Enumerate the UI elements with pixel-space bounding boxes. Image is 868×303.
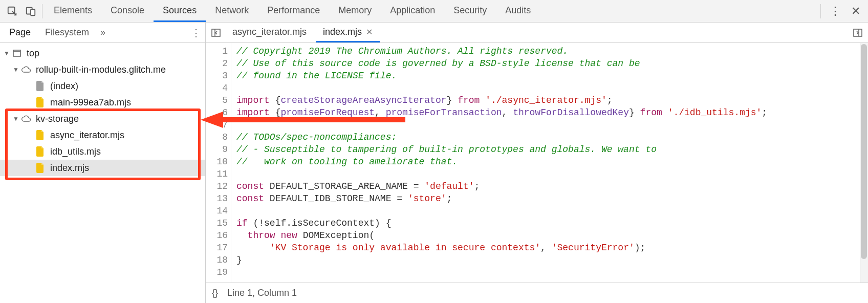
tree-node-file[interactable]: async_iterator.mjs <box>0 127 205 143</box>
cloud-icon <box>20 113 32 124</box>
sidebar-tabs: Page Filesystem » ⋮ <box>0 23 205 43</box>
tab-console[interactable]: Console <box>101 0 154 22</box>
toolbar-divider <box>42 4 42 18</box>
tab-memory[interactable]: Memory <box>329 0 381 22</box>
file-tab-index[interactable]: index.mjs ✕ <box>316 23 380 42</box>
file-tabs: async_iterator.mjs index.mjs ✕ <box>206 23 868 43</box>
devtools-toolbar: Elements Console Sources Network Perform… <box>0 0 868 23</box>
tree-node-file-selected[interactable]: index.mjs <box>0 160 205 176</box>
sidebar-overflow-icon[interactable]: » <box>100 27 105 38</box>
tree-label: top <box>27 48 39 59</box>
disclosure-triangle-icon[interactable]: ▼ <box>12 66 19 73</box>
tree-label: kv-storage <box>36 114 79 124</box>
devtools-panel-tabs: Elements Console Sources Network Perform… <box>45 0 540 22</box>
scrollbar-track[interactable] <box>860 43 868 283</box>
tree-node-file[interactable]: idb_utils.mjs <box>0 143 205 160</box>
sidebar-kebab-icon[interactable]: ⋮ <box>189 27 203 39</box>
code-content[interactable]: // Copyright 2019 The Chromium Authors. … <box>231 43 868 283</box>
device-toggle-icon[interactable] <box>21 0 40 23</box>
tree-label: rollup-built-in-modules.glitch.me <box>36 64 166 75</box>
disclosure-triangle-icon[interactable]: ▼ <box>12 115 19 122</box>
tree-label: (index) <box>50 81 78 92</box>
file-tab-async-iterator[interactable]: async_iterator.mjs <box>225 23 314 42</box>
tree-label: idb_utils.mjs <box>50 146 101 157</box>
navigator-toggle-icon[interactable] <box>209 26 223 40</box>
svg-rect-2 <box>31 9 35 15</box>
cloud-icon <box>20 64 32 75</box>
sources-workspace: Page Filesystem » ⋮ ▼ top ▼ rollup-built… <box>0 23 868 303</box>
toolbar-divider <box>820 4 821 18</box>
sidebar-tab-page[interactable]: Page <box>2 23 38 42</box>
tree-node-domain[interactable]: ▼ rollup-built-in-modules.glitch.me <box>0 61 205 78</box>
kebab-menu-icon[interactable]: ⋮ <box>826 0 844 23</box>
line-number-gutter: 12345678910111213141516171819 <box>206 43 231 283</box>
tab-performance[interactable]: Performance <box>258 0 329 22</box>
tab-sources[interactable]: Sources <box>154 0 206 22</box>
code-editor[interactable]: 12345678910111213141516171819 // Copyrig… <box>206 43 868 283</box>
tab-security[interactable]: Security <box>444 0 496 22</box>
frame-icon <box>11 48 23 59</box>
document-icon <box>35 80 46 92</box>
tree-node-file[interactable]: (index) <box>0 78 205 94</box>
debugger-toggle-icon[interactable] <box>851 26 865 40</box>
tree-node-kv-storage[interactable]: ▼ kv-storage <box>0 111 205 127</box>
tab-elements[interactable]: Elements <box>45 0 101 22</box>
editor-status-bar: {} Line 1, Column 1 <box>206 283 868 303</box>
js-file-icon <box>35 146 46 157</box>
tree-label: async_iterator.mjs <box>50 130 124 141</box>
tab-application[interactable]: Application <box>381 0 444 22</box>
js-file-icon <box>35 129 46 141</box>
disclosure-triangle-icon[interactable]: ▼ <box>3 50 10 57</box>
tree-node-file[interactable]: main-999ea7ab.mjs <box>0 94 205 111</box>
close-devtools-icon[interactable]: ✕ <box>847 0 865 23</box>
scrollbar-thumb[interactable] <box>861 44 867 259</box>
tree-label: main-999ea7ab.mjs <box>50 97 131 108</box>
js-file-icon <box>35 162 46 174</box>
tree-label: index.mjs <box>50 163 89 174</box>
cursor-position: Line 1, Column 1 <box>227 288 297 298</box>
svg-rect-3 <box>13 50 20 56</box>
tree-node-top[interactable]: ▼ top <box>0 45 205 61</box>
sidebar-tab-filesystem[interactable]: Filesystem <box>38 23 96 42</box>
pretty-print-icon[interactable]: {} <box>212 288 218 298</box>
inspect-icon[interactable] <box>3 0 21 23</box>
page-tree: ▼ top ▼ rollup-built-in-modules.glitch.m… <box>0 43 205 303</box>
sources-sidebar: Page Filesystem » ⋮ ▼ top ▼ rollup-built… <box>0 23 206 303</box>
js-file-icon <box>35 97 46 108</box>
tab-audits[interactable]: Audits <box>496 0 540 22</box>
file-tab-label: async_iterator.mjs <box>232 27 307 37</box>
close-tab-icon[interactable]: ✕ <box>366 27 373 37</box>
tab-network[interactable]: Network <box>206 0 258 22</box>
file-tab-label: index.mjs <box>323 27 362 37</box>
editor-pane: async_iterator.mjs index.mjs ✕ 123456789… <box>206 23 868 303</box>
